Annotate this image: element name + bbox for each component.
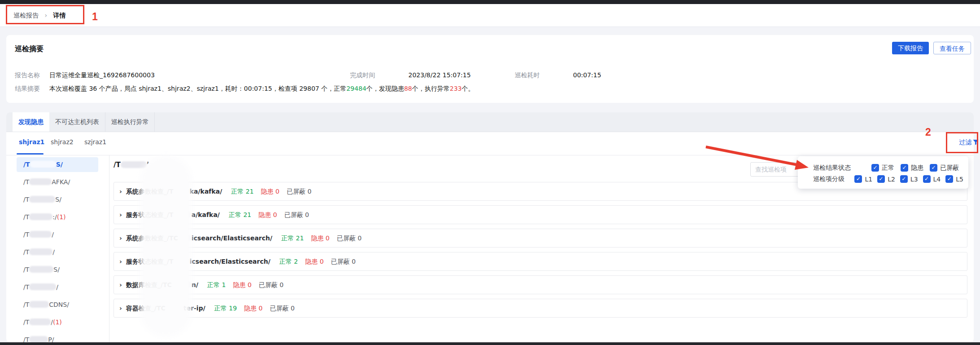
- site-tab-shjraz2[interactable]: shjraz2: [51, 138, 74, 146]
- product-list-item[interactable]: /TAFKA/: [17, 175, 98, 190]
- product-list-item[interactable]: /T/(1): [17, 315, 98, 330]
- risk-count: 88: [404, 85, 412, 92]
- tab-bar: 发现隐患 不可达主机列表 巡检执行异常: [6, 112, 974, 132]
- duration-label: 巡检耗时: [515, 71, 540, 80]
- report-name-value: 日常运维全量巡检_1692687600003: [49, 71, 155, 80]
- bottom-window-strip: [0, 342, 980, 345]
- annotation-arrow: [698, 142, 814, 177]
- annotation-number-1: 1: [92, 11, 98, 23]
- checkbox-checked-icon[interactable]: ✓: [945, 175, 953, 183]
- view-task-button[interactable]: 查看任务: [933, 42, 971, 54]
- filter-option-normal[interactable]: ✓正常: [871, 164, 894, 172]
- risk-count-badge: (1): [53, 318, 62, 326]
- finish-time-label: 完成时间: [350, 71, 375, 80]
- filter-dropdown-panel: 巡检结果状态 ✓正常 ✓隐患 ✓已屏蔽 巡检项分级 ✓L1 ✓L2 ✓L3 ✓L…: [798, 156, 968, 189]
- summary-title: 巡检摘要: [15, 44, 44, 54]
- finish-time-value: 2023/8/22 15:07:15: [408, 71, 471, 79]
- tab-exec-errors[interactable]: 巡检执行异常: [105, 112, 155, 132]
- product-list-item[interactable]: /TS/: [17, 262, 98, 277]
- chevron-right-icon: ›: [119, 258, 122, 265]
- filter-option-l1[interactable]: ✓L1: [854, 175, 872, 183]
- filter-option-l2[interactable]: ✓L2: [877, 175, 895, 183]
- top-window-strip: [0, 0, 980, 4]
- divider: [6, 155, 974, 155]
- checkbox-checked-icon[interactable]: ✓: [871, 164, 879, 172]
- annotation-box-1: [6, 5, 84, 24]
- error-count: 233: [450, 85, 462, 92]
- filter-status-label: 巡检结果状态: [813, 164, 871, 172]
- check-group-row[interactable]: ›容器检查_/TCter-ip/正常 19隐患 0已屏蔽 0: [114, 299, 967, 318]
- annotation-box-2: [946, 132, 978, 153]
- checkbox-checked-icon[interactable]: ✓: [923, 175, 931, 183]
- breadcrumb-bar: 巡检报告 › 详情: [0, 4, 980, 27]
- tab-unreachable-hosts[interactable]: 不可达主机列表: [49, 112, 105, 132]
- chevron-right-icon: ›: [119, 188, 122, 195]
- result-summary-label: 结果摘要: [15, 85, 40, 93]
- product-list-item[interactable]: /T:/(1): [17, 210, 98, 225]
- product-list-item[interactable]: /TS/: [17, 192, 98, 207]
- duration-value: 00:07:15: [573, 71, 601, 79]
- chevron-right-icon: ›: [119, 234, 122, 242]
- chevron-right-icon: ›: [119, 211, 122, 218]
- selected-product-title: /T’: [114, 161, 149, 169]
- risk-count-badge: (1): [57, 213, 66, 221]
- check-group-row[interactable]: ›服务状态检查_/Ta/kafka/正常 21隐患 0已屏蔽 0: [114, 205, 967, 224]
- download-report-button[interactable]: 下载报告: [892, 42, 929, 54]
- filter-option-risk[interactable]: ✓隐患: [901, 164, 923, 172]
- checkbox-checked-icon[interactable]: ✓: [900, 175, 908, 183]
- product-list-item[interactable]: /T/: [17, 227, 98, 242]
- normal-count: 29484: [346, 85, 367, 92]
- checkbox-checked-icon[interactable]: ✓: [930, 164, 937, 172]
- filter-option-l5[interactable]: ✓L5: [945, 175, 963, 183]
- divider: [109, 155, 109, 342]
- filter-option-masked[interactable]: ✓已屏蔽: [930, 164, 959, 172]
- inspection-detail-card: 发现隐患 不可达主机列表 巡检执行异常 shjraz1 shjraz2 szjr…: [6, 112, 974, 342]
- filter-option-l3[interactable]: ✓L3: [900, 175, 918, 183]
- chevron-right-icon: ›: [119, 305, 122, 312]
- annotation-number-2: 2: [925, 126, 931, 138]
- check-group-row[interactable]: ›数据库检查_/TCn/正常 1隐患 0已屏蔽 0: [114, 275, 967, 294]
- check-group-row[interactable]: ›系统参数检查_/TCicsearch/Elasticsearch/正常 21隐…: [114, 229, 967, 248]
- product-list-item[interactable]: /TS/: [17, 157, 98, 172]
- inspection-summary-card: 巡检摘要 下载报告 查看任务 报告名称 日常运维全量巡检_16926876000…: [6, 35, 974, 103]
- checkbox-checked-icon[interactable]: ✓: [877, 175, 885, 183]
- tab-found-risks[interactable]: 发现隐患: [13, 112, 49, 132]
- checkbox-checked-icon[interactable]: ✓: [854, 175, 862, 183]
- site-tab-shjraz1[interactable]: shjraz1: [19, 138, 44, 146]
- product-list-item[interactable]: /T/: [17, 245, 98, 260]
- report-name-label: 报告名称: [15, 71, 40, 80]
- filter-option-l4[interactable]: ✓L4: [923, 175, 941, 183]
- check-group-row[interactable]: ›服务状态检查_/Ticsearch/Elasticsearch/正常 2隐患 …: [114, 252, 967, 271]
- product-list-item[interactable]: /TCDNS/: [17, 297, 98, 312]
- filter-level-label: 巡检项分级: [813, 175, 854, 183]
- checkbox-checked-icon[interactable]: ✓: [901, 164, 908, 172]
- chevron-right-icon: ›: [119, 281, 122, 288]
- product-list-item[interactable]: /T/: [17, 280, 98, 295]
- result-summary-text: 本次巡检覆盖 36 个产品，局点 shjraz1、shjraz2、szjraz1…: [49, 85, 474, 93]
- active-subtab-underline: [17, 153, 44, 155]
- site-tab-szjraz1[interactable]: szjraz1: [84, 138, 106, 146]
- product-list: /TS/ /TAFKA/ /TS/ /T:/(1) /T/ /T/ /TS/ /…: [17, 157, 98, 345]
